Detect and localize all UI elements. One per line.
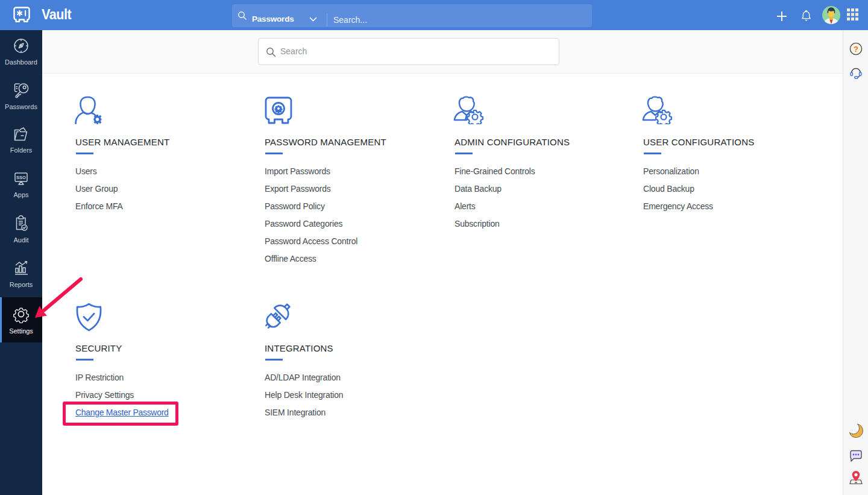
svg-text:SSO: SSO — [16, 175, 26, 180]
svg-text:?: ? — [854, 45, 858, 54]
